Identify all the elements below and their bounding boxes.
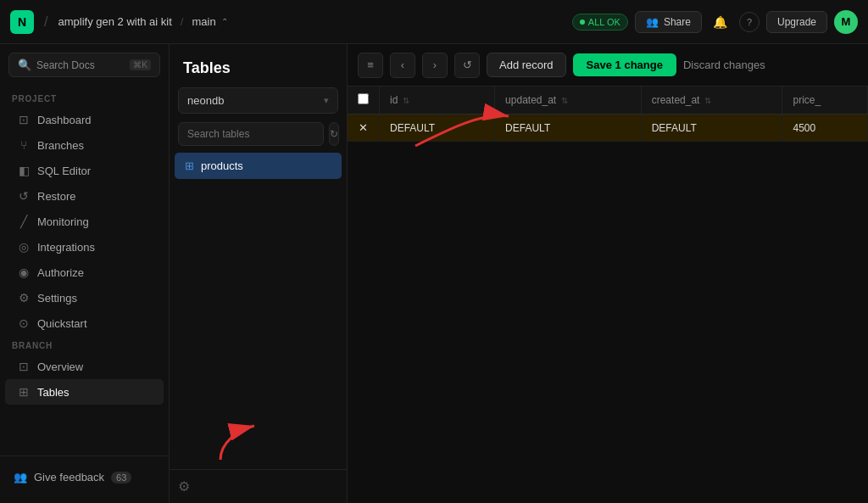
breadcrumb-divider1: / xyxy=(44,14,47,30)
give-feedback[interactable]: 👥 Give feedback 63 xyxy=(5,465,164,489)
share-button[interactable]: 👥 Share xyxy=(635,11,702,33)
content-area: ≡ ‹ › ↺ Add record Save 1 change Discard… xyxy=(348,44,868,503)
add-record-button[interactable]: Add record xyxy=(487,53,566,77)
branches-icon: ⑂ xyxy=(17,138,31,152)
avatar[interactable]: M xyxy=(834,10,858,34)
cell-price[interactable]: 4500 xyxy=(782,115,868,142)
nav-next-button[interactable]: › xyxy=(422,53,448,78)
save-change-button[interactable]: Save 1 change xyxy=(573,53,676,76)
sidebar-item-monitoring[interactable]: ╱ Monitoring xyxy=(5,209,164,234)
sidebar-item-sql-editor[interactable]: ◧ SQL Editor xyxy=(5,158,164,183)
help-button[interactable]: ? xyxy=(739,12,760,32)
logo[interactable]: N xyxy=(10,10,34,34)
sidebar-item-label: Authorize xyxy=(37,266,84,279)
search-tables-input[interactable] xyxy=(178,122,324,146)
col-header-created-at: created_at ⇅ xyxy=(641,87,782,115)
tables-settings-button[interactable]: ⚙ xyxy=(178,478,190,495)
sidebar-item-label: Restore xyxy=(37,190,76,203)
settings-icon: ⚙ xyxy=(17,291,31,305)
sidebar-item-dashboard[interactable]: ⊡ Dashboard xyxy=(5,107,164,132)
sidebar-item-label: Integrations xyxy=(37,241,95,254)
sidebar-item-label: SQL Editor xyxy=(37,165,91,177)
content-toolbar: ≡ ‹ › ↺ Add record Save 1 change Discard… xyxy=(348,44,868,87)
search-docs[interactable]: 🔍 Search Docs ⌘K xyxy=(8,53,160,77)
table-row[interactable]: ✕ DEFAULT DEFAULT DEFAULT 4500 xyxy=(348,115,868,142)
row-delete-button[interactable]: ✕ xyxy=(348,115,380,142)
sidebar: 🔍 Search Docs ⌘K PROJECT ⊡ Dashboard ⑂ B… xyxy=(0,44,170,503)
tables-panel: Tables neondb ▾ ↻ ⊞ products ⚙ xyxy=(170,44,348,503)
breadcrumb: amplify gen 2 with ai kit / main ⌃ xyxy=(58,15,227,28)
feedback-label: Give feedback xyxy=(34,471,104,483)
history-button[interactable]: ↺ xyxy=(454,53,480,78)
sidebar-item-authorize[interactable]: ◉ Authorize xyxy=(5,260,164,285)
search-icon: 🔍 xyxy=(18,59,31,71)
sidebar-item-settings[interactable]: ⚙ Settings xyxy=(5,285,164,310)
quickstart-icon: ⊙ xyxy=(17,316,31,330)
sidebar-item-label: Tables xyxy=(37,386,70,399)
data-table: id ⇅ updated_at ⇅ xyxy=(348,87,868,142)
breadcrumb-branch[interactable]: main xyxy=(192,15,215,28)
table-item-products[interactable]: ⊞ products xyxy=(175,153,342,179)
select-all-header[interactable] xyxy=(348,87,380,115)
project-section-label: PROJECT xyxy=(0,89,169,107)
table-item-label: products xyxy=(201,159,243,172)
sidebar-item-label: Monitoring xyxy=(37,215,89,228)
sidebar-item-label: Settings xyxy=(37,292,77,305)
users-icon: 👥 xyxy=(646,16,659,28)
integrations-icon: ◎ xyxy=(17,240,31,254)
branch-section-label: BRANCH xyxy=(0,336,169,354)
feedback-count: 63 xyxy=(111,472,131,483)
table-icon: ⊞ xyxy=(185,159,194,172)
cell-updated-at[interactable]: DEFAULT xyxy=(495,115,642,142)
main-layout: 🔍 Search Docs ⌘K PROJECT ⊡ Dashboard ⑂ B… xyxy=(0,44,868,503)
sort-icon-id[interactable]: ⇅ xyxy=(403,96,409,105)
tables-icon: ⊞ xyxy=(17,385,31,399)
topbar: N / amplify gen 2 with ai kit / main ⌃ A… xyxy=(0,0,868,44)
status-badge: ALL OK xyxy=(572,14,628,31)
sidebar-footer: 👥 Give feedback 63 xyxy=(0,455,169,495)
db-selector[interactable]: neondb ▾ xyxy=(178,87,338,114)
tables-panel-footer: ⚙ xyxy=(170,469,347,503)
topbar-right: ALL OK 👥 Share 🔔 ? Upgrade M xyxy=(572,10,858,34)
sidebar-item-integrations[interactable]: ◎ Integrations xyxy=(5,234,164,260)
monitoring-icon: ╱ xyxy=(17,215,31,228)
col-header-price: price_ xyxy=(782,87,868,115)
breadcrumb-project[interactable]: amplify gen 2 with ai kit xyxy=(58,15,171,28)
col-header-id: id ⇅ xyxy=(380,87,495,115)
search-docs-label: Search Docs xyxy=(36,59,125,71)
sort-icon-updated-at[interactable]: ⇅ xyxy=(561,96,568,105)
cell-id[interactable]: DEFAULT xyxy=(380,115,495,142)
dashboard-icon: ⊡ xyxy=(17,113,31,126)
sidebar-item-label: Dashboard xyxy=(37,114,92,126)
sidebar-item-overview[interactable]: ⊡ Overview xyxy=(5,354,164,379)
cell-created-at[interactable]: DEFAULT xyxy=(641,115,782,142)
tables-search-row: ↻ xyxy=(170,122,347,153)
search-shortcut: ⌘K xyxy=(130,59,151,70)
sql-editor-icon: ◧ xyxy=(17,164,31,177)
db-name: neondb xyxy=(187,94,224,107)
chevron-down-icon: ▾ xyxy=(324,95,329,106)
sidebar-item-branches[interactable]: ⑂ Branches xyxy=(5,132,164,158)
nav-prev-button[interactable]: ‹ xyxy=(390,53,415,78)
sidebar-item-label: Branches xyxy=(37,139,84,152)
status-dot xyxy=(580,20,585,25)
sort-icon-created-at[interactable]: ⇅ xyxy=(704,96,711,105)
discard-changes-button[interactable]: Discard changes xyxy=(683,59,765,71)
col-header-updated-at: updated_at ⇅ xyxy=(495,87,642,115)
notifications-button[interactable]: 🔔 xyxy=(709,10,732,34)
sidebar-item-quickstart[interactable]: ⊙ Quickstart xyxy=(5,310,164,336)
authorize-icon: ◉ xyxy=(17,265,31,279)
tables-title: Tables xyxy=(170,44,347,87)
upgrade-button[interactable]: Upgrade xyxy=(766,11,827,33)
restore-icon: ↺ xyxy=(17,189,31,203)
sidebar-item-label: Overview xyxy=(37,360,83,373)
refresh-button[interactable]: ↻ xyxy=(329,122,339,146)
sidebar-item-label: Quickstart xyxy=(37,317,87,330)
overview-icon: ⊡ xyxy=(17,360,31,373)
select-all-checkbox[interactable] xyxy=(358,93,369,104)
feedback-icon: 👥 xyxy=(14,471,27,483)
sidebar-item-restore[interactable]: ↺ Restore xyxy=(5,183,164,209)
data-table-wrapper[interactable]: id ⇅ updated_at ⇅ xyxy=(348,87,868,503)
sidebar-item-tables[interactable]: ⊞ Tables xyxy=(5,379,164,405)
layout-toggle-button[interactable]: ≡ xyxy=(358,53,383,78)
